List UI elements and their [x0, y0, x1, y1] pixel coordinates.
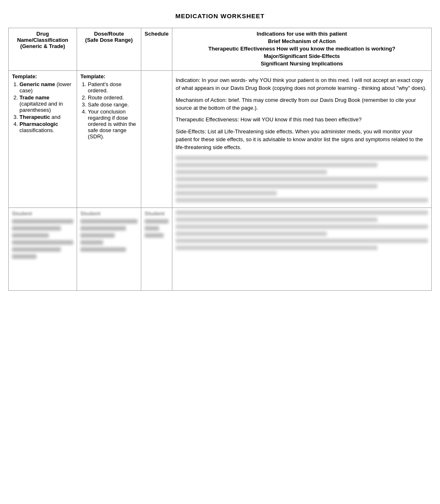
blurred-line — [176, 163, 377, 167]
student-indications-col — [172, 207, 432, 290]
indications-header-line4: Major/Significant Side-Effects — [176, 53, 428, 59]
blurred-line — [12, 240, 73, 245]
student-dose-content — [80, 219, 138, 252]
list-item: Patient's dose ordered. — [88, 81, 138, 94]
indications-header-line3: Therapeutic Effectiveness How will you k… — [176, 46, 428, 52]
indication-paragraph: Indication: In your own words- why YOU t… — [176, 77, 428, 92]
blurred-line — [176, 156, 428, 160]
student-dose-col: Student — [77, 207, 141, 290]
indications-header-line5: Significant Nursing Implications — [176, 60, 428, 67]
blurred-line — [176, 177, 428, 181]
blurred-line — [12, 254, 36, 259]
blurred-line — [176, 217, 377, 222]
list-item: Pharmacologic classifications. — [19, 121, 73, 133]
blurred-line — [80, 226, 126, 231]
dose-template-list: Patient's dose ordered. Route ordered. S… — [88, 81, 138, 140]
drug-col-template: Template: Generic name (lower case) Trad… — [9, 71, 77, 208]
list-item: Route ordered. — [88, 94, 138, 101]
drug-template-list: Generic name (lower case) Trade name (ca… — [19, 81, 73, 133]
list-item: Therapeutic and — [19, 114, 73, 120]
blurred-line — [145, 233, 164, 238]
therapeutic-bold: Therapeutic Effectiveness — [208, 46, 275, 52]
therapeutic-text: How will you know the medication is work… — [275, 46, 395, 52]
blurred-line — [12, 226, 61, 231]
trade-name-bold: Trade name — [19, 94, 49, 101]
blurred-line — [176, 210, 428, 215]
student-label-2: Student — [80, 210, 138, 217]
significant-bold: Significant — [261, 60, 288, 67]
header-schedule-col: Schedule — [141, 28, 172, 71]
blurred-line — [176, 198, 428, 203]
template-row: Template: Generic name (lower case) Trad… — [9, 71, 432, 208]
brief-text: Mechanism of Action — [280, 38, 336, 44]
student-label-1: Student — [12, 210, 73, 217]
header-dose-col: Dose/Route(Safe Dose Range) — [77, 28, 141, 71]
mechanism-paragraph: Mechanism of Action: brief. This may com… — [176, 96, 428, 112]
blurred-line — [176, 246, 377, 250]
dose-template-label: Template: — [80, 73, 138, 80]
indications-header-line1: Indications for use with this patient — [176, 31, 428, 37]
blurred-line — [80, 240, 103, 245]
blurred-line — [80, 233, 115, 238]
indications-text: for use with this patient — [285, 31, 347, 37]
student-indications-blurred — [176, 210, 428, 250]
blurred-line — [176, 232, 327, 236]
significant-text: Nursing Implications — [288, 60, 343, 67]
blurred-line — [176, 184, 377, 188]
blurred-line — [12, 219, 73, 224]
student-schedule-content — [145, 219, 169, 238]
drug-template-label: Template: — [12, 73, 73, 80]
blurred-line — [12, 247, 61, 252]
blurred-line — [176, 224, 428, 229]
page-container: MEDICATION WORKSHEET DrugName/Classifica… — [0, 0, 440, 307]
blurred-line — [145, 226, 159, 231]
dose-col-template: Template: Patient's dose ordered. Route … — [77, 71, 141, 208]
medication-worksheet-table: DrugName/Classification(Generic & Trade)… — [8, 28, 432, 291]
blurred-content — [176, 156, 428, 203]
header-indications-col: Indications for use with this patient Br… — [172, 28, 432, 71]
student-schedule-col: Student — [141, 207, 172, 290]
indications-header-line2: Brief Mechanism of Action — [176, 38, 428, 44]
generic-name-bold: Generic name — [19, 81, 55, 87]
page-title: MEDICATION WORKSHEET — [8, 12, 432, 19]
major-text: Side-Effects — [307, 53, 340, 59]
blurred-line — [145, 219, 169, 224]
list-item: Generic name (lower case) — [19, 81, 73, 94]
list-item: Trade name (capitalized and in parenthes… — [19, 94, 73, 113]
list-item: Safe dose range. — [88, 101, 138, 108]
student-drug-content — [12, 219, 73, 259]
indications-col-template: Indication: In your own words- why YOU t… — [172, 71, 432, 208]
therapeutic-bold-item: Therapeutic — [19, 114, 50, 120]
student-row: Student Student — [9, 207, 432, 290]
list-item: Your conclusion regarding if dose ordere… — [88, 109, 138, 140]
therapeutic-effectiveness-paragraph: Therapeutic Effectiveness: How will YOU … — [176, 116, 428, 124]
blurred-line — [12, 233, 49, 238]
student-label-3: Student — [145, 210, 169, 217]
brief-bold: Brief — [268, 38, 280, 44]
blurred-line — [176, 239, 428, 243]
blurred-line — [176, 191, 277, 195]
blurred-line — [176, 170, 327, 174]
blurred-line — [80, 219, 138, 224]
student-drug-col: Student — [9, 207, 77, 290]
blurred-line — [80, 247, 126, 252]
indications-body: Indication: In your own words- why YOU t… — [176, 77, 428, 203]
pharmacologic-bold-item: Pharmacologic — [19, 121, 58, 127]
header-drug-col: DrugName/Classification(Generic & Trade) — [9, 28, 77, 71]
indications-bold: Indications — [256, 31, 285, 37]
major-bold: Major/Significant — [264, 53, 307, 59]
schedule-col-template — [141, 71, 172, 208]
sideeffects-paragraph: Side-Effects: List all Life-Threatening … — [176, 128, 428, 152]
table-header-row: DrugName/Classification(Generic & Trade)… — [9, 28, 432, 71]
